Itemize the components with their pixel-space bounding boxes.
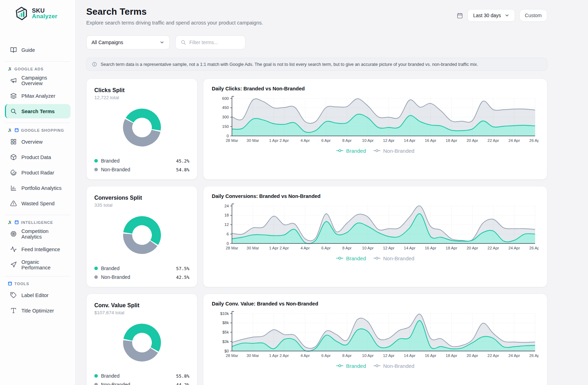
svg-text:10 Apr: 10 Apr	[362, 353, 374, 358]
svg-text:300: 300	[222, 115, 229, 119]
svg-text:20 Apr: 20 Apr	[467, 138, 478, 143]
non-branded-line-marker	[373, 149, 381, 152]
svg-text:26 Apr: 26 Apr	[529, 353, 539, 358]
svg-text:6 Apr: 6 Apr	[322, 138, 331, 143]
custom-range-button[interactable]: Custom	[519, 9, 547, 22]
brand-name: SKU Analyzer	[32, 8, 57, 19]
svg-text:12 Apr: 12 Apr	[383, 353, 394, 358]
chart-legend: Branded Non-Branded	[212, 362, 539, 372]
layers-icon	[10, 92, 17, 99]
svg-text:150: 150	[222, 124, 229, 129]
svg-text:12 Apr: 12 Apr	[383, 246, 394, 250]
svg-text:2 Apr: 2 Apr	[279, 246, 289, 250]
svg-text:18 Apr: 18 Apr	[446, 246, 457, 250]
cards-row-1: Clicks Split 12,722 total Branded 45.2% …	[86, 78, 547, 180]
legend-value: 45.2%	[176, 158, 189, 164]
sidebar-item-portfolio-analytics[interactable]: Portfolio Analytics	[5, 181, 70, 195]
svg-text:12: 12	[224, 222, 229, 227]
terms-filter-input[interactable]	[189, 40, 238, 45]
sidebar-item-organic-performance[interactable]: Organic Performance	[5, 257, 70, 272]
svg-text:28 Mar: 28 Mar	[226, 353, 238, 358]
svg-text:28 Mar: 28 Mar	[226, 246, 238, 250]
nav-divider	[5, 123, 70, 123]
sidebar-item-label-editor[interactable]: Label Editor	[5, 288, 70, 302]
legend-item-non-branded[interactable]: Non-Branded	[373, 148, 414, 154]
chart-card-title: Daily Conv. Value: Branded vs Non-Brande…	[212, 301, 539, 307]
sidebar-item-campaigns-overview[interactable]: Campaigns Overview	[5, 73, 70, 88]
svg-text:12 Apr: 12 Apr	[383, 138, 394, 143]
sidebar-item-title-optimizer[interactable]: Title Optimizer	[5, 303, 70, 318]
tag-icon	[10, 292, 17, 298]
sidebar-item-competition-analytics[interactable]: Competition Analytics	[5, 227, 70, 241]
legend-item-branded[interactable]: Branded	[336, 148, 366, 154]
legend-item-non-branded[interactable]: Non-Branded	[373, 363, 414, 369]
search-icon	[10, 108, 17, 115]
donut-card-total: 12,722 total	[94, 95, 189, 100]
search-icon	[181, 40, 186, 45]
donut-card-title: Conv. Value Split	[94, 302, 189, 309]
sidebar-nav: Guide GOOGLE ADS Campaigns Overview PMax…	[4, 43, 72, 318]
google-ads-icon	[8, 67, 12, 71]
svg-text:$8k: $8k	[222, 321, 229, 325]
legend-item-non-branded[interactable]: Non-Branded	[373, 255, 414, 261]
date-range-select[interactable]: Last 30 days	[467, 9, 515, 22]
svg-text:10 Apr: 10 Apr	[362, 138, 374, 143]
svg-text:30 Mar: 30 Mar	[246, 138, 259, 143]
svg-text:14 Apr: 14 Apr	[404, 353, 415, 358]
sidebar-item-wasted-spend[interactable]: Wasted Spend	[5, 196, 70, 211]
chevron-down-icon	[160, 40, 164, 45]
conv-value-split-card: Conv. Value Split $107,674 total Branded…	[86, 294, 197, 385]
svg-text:6 Apr: 6 Apr	[322, 246, 331, 250]
sidebar-item-product-radar[interactable]: Product Radar	[5, 165, 70, 180]
legend-row-non-branded: Non-Branded 44.2%	[94, 382, 189, 385]
notice-banner: Search term data is a representative sam…	[86, 58, 547, 71]
svg-text:30 Mar: 30 Mar	[246, 246, 259, 250]
sidebar-item-label: Overview	[21, 139, 42, 145]
sidebar-item-label: Label Editor	[21, 293, 48, 298]
sidebar-item-label: Product Radar	[21, 170, 54, 176]
radar-icon	[10, 169, 17, 176]
legend-item-branded[interactable]: Branded	[336, 255, 366, 261]
sidebar-item-product-data[interactable]: Product Data	[5, 150, 70, 164]
google-ads-icon	[8, 128, 12, 132]
chart-card-title: Daily Clicks: Branded vs Non-Branded	[212, 86, 539, 91]
legend-label: Branded	[101, 158, 120, 164]
svg-text:$5k: $5k	[222, 330, 229, 334]
package-icon	[10, 154, 17, 160]
donut-card-total: 335 total	[94, 202, 189, 208]
sidebar-item-search-terms[interactable]: Search Terms	[5, 104, 70, 118]
google-shopping-icon	[14, 220, 19, 225]
megaphone-icon	[10, 77, 17, 84]
sidebar-item-overview[interactable]: Overview	[5, 135, 70, 149]
legend-label: Branded	[101, 373, 120, 379]
conversions-split-card: Conversions Split 335 total Branded 57.5…	[86, 186, 197, 287]
svg-text:24 Apr: 24 Apr	[508, 246, 520, 250]
svg-text:18 Apr: 18 Apr	[446, 138, 457, 143]
svg-text:26 Apr: 26 Apr	[529, 246, 539, 250]
daily-clicks-area-chart: 015030045060028 Mar30 Mar1 Apr2 Apr4 Apr…	[212, 95, 539, 147]
terms-filter	[175, 35, 245, 49]
svg-text:$10k: $10k	[220, 311, 229, 316]
legend-row-branded: Branded 57.5%	[94, 266, 189, 271]
sidebar-item-feed-intelligence[interactable]: Feed Intelligence	[5, 242, 70, 256]
nav-section-tools: TOOLS	[8, 281, 68, 286]
sidebar-item-pmax-analyzer[interactable]: PMax Analyzer	[5, 89, 70, 103]
svg-text:22 Apr: 22 Apr	[487, 138, 499, 143]
sidebar-item-label: Feed Intelligence	[21, 247, 60, 252]
svg-text:24 Apr: 24 Apr	[508, 138, 520, 143]
type-icon	[10, 307, 17, 314]
legend-row-non-branded: Non-Branded 42.5%	[94, 274, 189, 280]
legend-row-non-branded: Non-Branded 54.8%	[94, 167, 189, 172]
app-window: SKU Analyzer Guide GOOGLE ADS Campaigns …	[0, 0, 588, 385]
svg-text:16 Apr: 16 Apr	[425, 246, 436, 250]
legend-row-branded: Branded 45.2%	[94, 158, 189, 164]
sidebar-item-guide[interactable]: Guide	[5, 43, 70, 57]
app-logo[interactable]: SKU Analyzer	[14, 6, 72, 21]
nav-section-google-shopping: GOOGLE SHOPPING	[8, 128, 68, 132]
non-branded-swatch-dot	[94, 275, 98, 279]
donut-legend: Branded 45.2% Non-Branded 54.8%	[94, 151, 189, 172]
svg-text:24 Apr: 24 Apr	[508, 353, 520, 358]
legend-label: Non-Branded	[101, 274, 130, 280]
legend-item-branded[interactable]: Branded	[336, 363, 366, 369]
campaign-select[interactable]: All Campaigns	[86, 35, 170, 49]
